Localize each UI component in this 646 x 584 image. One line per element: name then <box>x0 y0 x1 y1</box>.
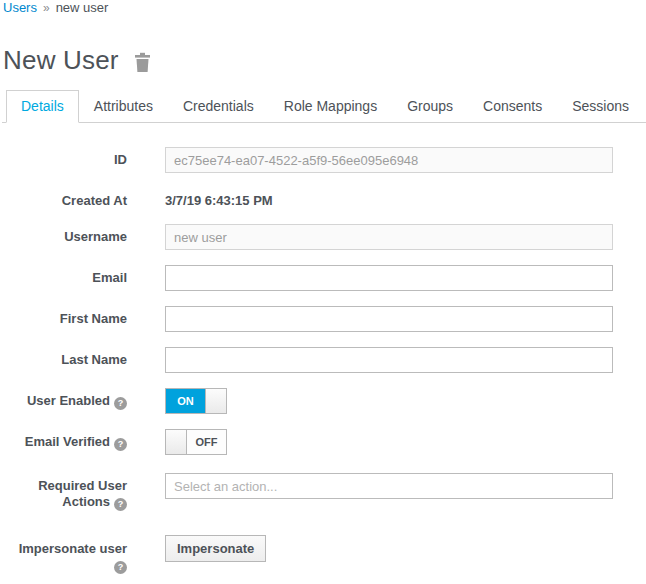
impersonate-label: Impersonate user <box>19 541 127 556</box>
created-at-value: 3/7/19 6:43:15 PM <box>165 188 613 208</box>
email-field[interactable] <box>165 265 613 291</box>
breadcrumb-users-link[interactable]: Users <box>3 0 37 15</box>
first-name-row: First Name <box>2 306 646 332</box>
last-name-label: Last Name <box>2 347 127 373</box>
required-actions-row: Required User Actions? <box>2 473 646 511</box>
first-name-label: First Name <box>2 306 127 332</box>
page-title: New User <box>3 45 119 76</box>
email-verified-toggle[interactable]: OFF <box>165 429 227 455</box>
last-name-field[interactable] <box>165 347 613 373</box>
toggle-on-label: ON <box>166 389 205 413</box>
toggle-handle <box>166 430 187 454</box>
user-details-form: ID Created At 3/7/19 6:43:15 PM Username… <box>2 147 646 584</box>
username-label: Username <box>2 224 127 250</box>
page-header: New User <box>3 45 646 76</box>
user-enabled-row: User Enabled? ON <box>2 388 646 414</box>
impersonate-row: Impersonate user? Impersonate <box>2 535 646 574</box>
toggle-handle <box>205 389 226 413</box>
breadcrumb-separator: » <box>43 1 50 15</box>
required-actions-select[interactable] <box>165 473 613 499</box>
tab-consents[interactable]: Consents <box>468 90 557 123</box>
email-verified-label: Email Verified <box>25 434 110 449</box>
id-input <box>165 147 613 173</box>
breadcrumb: Users»new user <box>2 0 646 18</box>
last-name-row: Last Name <box>2 347 646 373</box>
tab-role-mappings[interactable]: Role Mappings <box>269 90 392 123</box>
username-row: Username <box>2 224 646 250</box>
created-at-row: Created At 3/7/19 6:43:15 PM <box>2 188 646 209</box>
user-enabled-toggle[interactable]: ON <box>165 388 227 414</box>
delete-user-button[interactable] <box>133 52 152 73</box>
email-verified-help-icon[interactable]: ? <box>114 438 127 451</box>
email-row: Email <box>2 265 646 291</box>
email-verified-row: Email Verified? OFF <box>2 429 646 458</box>
new-user-page: Users»new user New User Details Attribut… <box>0 0 646 584</box>
tab-sessions[interactable]: Sessions <box>557 90 644 123</box>
tab-groups[interactable]: Groups <box>392 90 468 123</box>
breadcrumb-current: new user <box>56 0 109 15</box>
tab-credentials[interactable]: Credentials <box>168 90 269 123</box>
id-row: ID <box>2 147 646 173</box>
trash-icon <box>133 61 152 76</box>
tab-details[interactable]: Details <box>6 90 79 123</box>
id-label: ID <box>2 147 127 173</box>
created-at-label: Created At <box>2 188 127 209</box>
required-actions-help-icon[interactable]: ? <box>114 498 127 511</box>
user-enabled-help-icon[interactable]: ? <box>114 397 127 410</box>
email-label: Email <box>2 265 127 291</box>
tab-bar: Details Attributes Credentials Role Mapp… <box>2 90 646 123</box>
tab-attributes[interactable]: Attributes <box>79 90 168 123</box>
first-name-field[interactable] <box>165 306 613 332</box>
toggle-off-label: OFF <box>187 430 226 454</box>
user-enabled-label: User Enabled <box>27 393 110 408</box>
username-input <box>165 224 613 250</box>
impersonate-button[interactable]: Impersonate <box>165 535 266 562</box>
impersonate-help-icon[interactable]: ? <box>114 561 127 574</box>
